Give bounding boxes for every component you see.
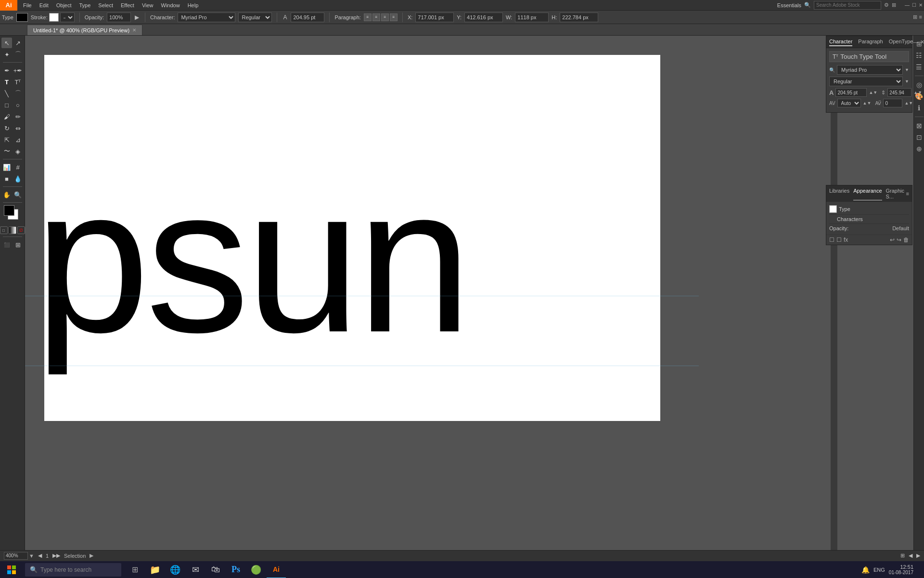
char-kerning-select[interactable]: Auto xyxy=(837,99,861,107)
search-stock-input[interactable] xyxy=(814,1,881,10)
w-input[interactable] xyxy=(515,13,549,22)
scale-tool[interactable]: ⇱ xyxy=(1,134,12,145)
fill-color-swatch[interactable] xyxy=(16,13,28,22)
document-tab-close[interactable]: ✕ xyxy=(132,27,136,33)
stroke-select[interactable]: — xyxy=(60,13,75,22)
taskbar-file-explorer[interactable]: 📁 xyxy=(145,561,165,578)
libraries-panel-btn[interactable]: ☷ xyxy=(915,51,924,60)
page-nav-next[interactable]: ▶▶ xyxy=(52,552,60,559)
direct-selection-tool[interactable]: ↗ xyxy=(13,38,23,48)
menu-type[interactable]: Type xyxy=(76,1,95,9)
taskbar-search[interactable]: 🔍 Type here to search xyxy=(25,563,121,577)
tab-paragraph[interactable]: Paragraph xyxy=(858,38,883,46)
zoom-input[interactable] xyxy=(4,552,28,560)
maximize-button[interactable]: ☐ xyxy=(911,2,917,9)
char-size-input[interactable] xyxy=(835,88,867,97)
font-family-select[interactable]: Myriad Pro xyxy=(178,13,235,22)
align-justify-icon[interactable]: ≡ xyxy=(390,13,398,21)
menu-effect[interactable]: Effect xyxy=(117,1,138,9)
taskbar-photoshop[interactable]: Ps xyxy=(226,561,245,578)
screen-mode-btn[interactable]: ⬛ xyxy=(1,239,12,250)
taskbar-task-view[interactable]: ⊞ xyxy=(125,561,144,578)
touch-type-tool-btn[interactable]: Tᵀ Touch Type Tool xyxy=(829,51,909,62)
stroke-swatch[interactable] xyxy=(49,13,59,22)
taskbar-mail[interactable]: ✉ xyxy=(186,561,205,578)
line-tool[interactable]: ╲ xyxy=(1,88,12,99)
menu-object[interactable]: Object xyxy=(52,1,76,9)
type-swatch[interactable] xyxy=(829,205,837,213)
tab-libraries[interactable]: Libraries xyxy=(829,187,849,200)
transform-btn[interactable]: ⊡ xyxy=(915,133,924,142)
align-btn[interactable]: ⊠ xyxy=(915,121,924,130)
font-style-select[interactable]: Regular xyxy=(238,13,272,22)
menu-edit[interactable]: Edit xyxy=(36,1,52,9)
lasso-tool[interactable]: ⌒ xyxy=(13,49,23,60)
redo-btn[interactable]: ↪ xyxy=(897,236,901,243)
menu-file[interactable]: File xyxy=(19,1,36,9)
color-mode-btn[interactable]: □ xyxy=(0,226,8,234)
minimize-button[interactable]: — xyxy=(904,2,911,9)
cc-libraries-btn[interactable]: ☰ xyxy=(915,63,924,71)
no-color-btn[interactable]: ∅ xyxy=(17,226,25,234)
document-tab[interactable]: Untitled-1* @ 400% (RGB/GPU Preview) ✕ xyxy=(27,25,142,35)
close-button[interactable]: ✕ xyxy=(917,2,924,9)
magic-wand-tool[interactable]: ✦ xyxy=(1,49,12,60)
info-btn[interactable]: ℹ xyxy=(915,104,924,112)
touch-type-tool[interactable]: Tᵀ xyxy=(13,77,23,87)
menu-window[interactable]: Window xyxy=(157,1,184,9)
pathfinder-btn[interactable]: ⊕ xyxy=(915,144,924,153)
align-center-icon[interactable]: ≡ xyxy=(372,13,380,21)
undo-btn[interactable]: ↩ xyxy=(890,236,895,243)
page-nav-prev[interactable]: ◀ xyxy=(38,552,42,559)
eyedropper-tool[interactable]: 💧 xyxy=(13,173,23,184)
taskbar-store[interactable]: 🛍 xyxy=(206,561,225,578)
reflect-tool[interactable]: ⇔ xyxy=(13,123,23,133)
tab-graphic-styles[interactable]: Graphic S... xyxy=(886,187,906,200)
x-input[interactable] xyxy=(415,13,454,22)
rectangle-tool[interactable]: □ xyxy=(1,100,12,110)
char-tracking-input[interactable] xyxy=(883,99,902,107)
ellipse-tool[interactable]: ○ xyxy=(13,100,23,110)
add-anchor-tool[interactable]: +✒ xyxy=(13,65,23,76)
artboard-scroll-next[interactable]: ▶ xyxy=(916,552,920,559)
gradient-box-btn[interactable] xyxy=(9,226,16,234)
add-style-btn[interactable]: ☐ xyxy=(829,236,834,243)
delete-btn[interactable]: 🗑 xyxy=(903,236,909,243)
gradient-tool[interactable]: ■ xyxy=(1,173,12,184)
tab-opentype[interactable]: OpenType xyxy=(889,38,913,46)
appearance-btn[interactable]: ◎ xyxy=(915,80,924,89)
pen-tool[interactable]: ✒ xyxy=(1,65,12,76)
menu-select[interactable]: Select xyxy=(94,1,117,9)
panel-close-icon[interactable]: ✕ xyxy=(920,39,924,45)
arrange-view-icon[interactable]: ⊞ xyxy=(913,14,917,20)
paintbrush-tool[interactable]: 🖌 xyxy=(1,111,12,122)
font-size-input[interactable] xyxy=(291,13,324,22)
artboard-tool[interactable]: ⊞ xyxy=(13,239,23,250)
rotate-tool[interactable]: ↻ xyxy=(1,123,12,133)
new-style-btn[interactable]: ☐ xyxy=(836,236,842,243)
tab-character[interactable]: Character xyxy=(829,38,852,46)
panel-minimize-icon[interactable]: — xyxy=(913,39,918,45)
taskbar-chrome[interactable]: 🟢 xyxy=(246,561,266,578)
selection-tool[interactable]: ↖ xyxy=(1,38,12,48)
align-icon[interactable]: ▶ xyxy=(134,13,140,22)
zoom-tool[interactable]: 🔍 xyxy=(13,189,23,200)
free-distort-tool[interactable]: ◈ xyxy=(13,146,23,157)
foreground-color[interactable] xyxy=(4,205,14,216)
align-left-icon[interactable]: ≡ xyxy=(364,13,372,21)
tab-appearance[interactable]: Appearance xyxy=(853,187,882,200)
arc-tool[interactable]: ⌒ xyxy=(13,88,23,99)
column-graph-tool[interactable]: 📊 xyxy=(1,162,12,172)
start-button[interactable] xyxy=(0,561,23,578)
properties-icon[interactable]: ≡ xyxy=(919,14,922,20)
taskbar-edge[interactable]: 🌐 xyxy=(166,561,185,578)
taskbar-illustrator[interactable]: Ai xyxy=(267,561,286,578)
artboard-scroll-prev[interactable]: ◀ xyxy=(909,552,912,559)
shear-tool[interactable]: ⊿ xyxy=(13,134,23,145)
menu-view[interactable]: View xyxy=(138,1,157,9)
h-input[interactable] xyxy=(560,13,598,22)
hand-tool[interactable]: ✋ xyxy=(1,189,12,200)
char-font-family-select[interactable]: Myriad Pro xyxy=(837,65,903,75)
workspace-label[interactable]: Essentials xyxy=(777,2,801,8)
vertical-scrollbar[interactable] xyxy=(831,36,837,565)
